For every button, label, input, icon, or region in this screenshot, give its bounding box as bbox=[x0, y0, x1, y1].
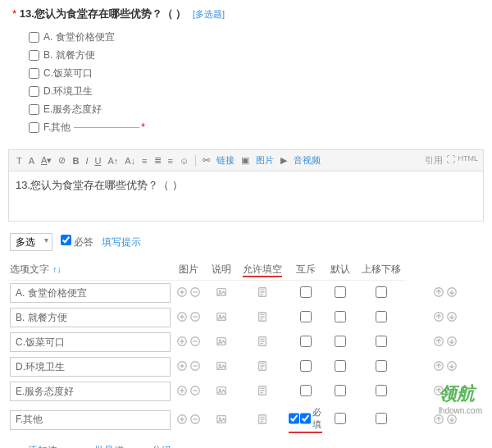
exclusive-checkbox[interactable] bbox=[335, 311, 346, 322]
image-icon[interactable] bbox=[215, 384, 228, 397]
move-down-icon[interactable] bbox=[445, 286, 458, 299]
image-btn[interactable]: 图片 bbox=[256, 154, 274, 167]
move-up-icon[interactable] bbox=[432, 286, 445, 299]
required-checkbox-label[interactable]: 必答 bbox=[61, 235, 93, 249]
option-checkbox[interactable] bbox=[29, 50, 39, 61]
editor-panel: T A A▾ ⊘ B I U A↑ A↓ ≡ ≣ ≡ ☺ ⚯链接 ▣图片 ▶音视… bbox=[8, 149, 484, 222]
allow-fill-checkbox[interactable] bbox=[300, 336, 312, 347]
default-checkbox[interactable] bbox=[376, 311, 387, 322]
option-text-input[interactable] bbox=[10, 382, 171, 401]
exclusive-checkbox[interactable] bbox=[335, 286, 346, 298]
question-type-tag: [多选题] bbox=[193, 9, 225, 19]
bold-icon[interactable]: B bbox=[70, 154, 81, 167]
note-icon[interactable] bbox=[256, 384, 269, 397]
move-up-icon[interactable] bbox=[432, 310, 445, 323]
image-icon[interactable] bbox=[215, 286, 228, 299]
remove-icon[interactable] bbox=[189, 359, 202, 373]
allow-fill-checkbox[interactable] bbox=[300, 385, 312, 396]
video-icon[interactable]: ▶ bbox=[278, 153, 289, 167]
font-inc-icon[interactable]: A↑ bbox=[105, 154, 121, 167]
option-text-input[interactable] bbox=[10, 308, 171, 327]
exclusive-checkbox[interactable] bbox=[335, 360, 346, 372]
add-icon[interactable] bbox=[175, 359, 189, 373]
option-checkbox[interactable] bbox=[29, 86, 39, 97]
col-header: 说明 bbox=[205, 259, 238, 281]
preview-option: E.服务态度好 bbox=[29, 100, 480, 118]
question-text-input[interactable]: 13.您认为食堂存在哪些优势？（ ） bbox=[9, 171, 483, 221]
sort-icon[interactable]: ↑↓ bbox=[52, 264, 61, 274]
question-type-select[interactable]: 多选 bbox=[10, 233, 52, 251]
image-icon[interactable] bbox=[215, 359, 228, 373]
remove-icon[interactable] bbox=[189, 413, 202, 426]
exclusive-checkbox[interactable] bbox=[335, 385, 346, 396]
image-icon[interactable] bbox=[215, 335, 228, 348]
option-checkbox[interactable] bbox=[29, 68, 39, 79]
add-icon[interactable] bbox=[175, 384, 189, 397]
table-row: 必填 bbox=[8, 404, 484, 436]
fill-required-checkbox[interactable] bbox=[300, 413, 311, 424]
video-btn[interactable]: 音视频 bbox=[294, 154, 321, 167]
option-text-input[interactable] bbox=[10, 357, 171, 377]
allow-fill-checkbox[interactable] bbox=[300, 360, 312, 372]
default-checkbox[interactable] bbox=[376, 413, 387, 424]
font-dec-icon[interactable]: A↓ bbox=[122, 154, 138, 167]
clear-format-icon[interactable]: ⊘ bbox=[56, 153, 68, 167]
move-down-icon[interactable] bbox=[445, 335, 458, 348]
add-icon[interactable] bbox=[175, 310, 189, 323]
default-checkbox[interactable] bbox=[376, 336, 387, 347]
italic-icon[interactable]: I bbox=[83, 154, 90, 167]
allow-fill-checkbox[interactable] bbox=[300, 311, 312, 322]
note-icon[interactable] bbox=[256, 286, 269, 299]
align-right-icon[interactable]: ≡ bbox=[166, 154, 175, 167]
hint-link[interactable]: 填写提示 bbox=[102, 235, 141, 249]
exclusive-checkbox[interactable] bbox=[335, 336, 346, 347]
fullscreen-icon[interactable]: ⛶ bbox=[446, 154, 455, 167]
move-up-icon[interactable] bbox=[432, 359, 445, 373]
note-icon[interactable] bbox=[256, 359, 269, 373]
quote-btn[interactable]: 引用 bbox=[425, 154, 443, 167]
add-icon[interactable] bbox=[175, 413, 189, 426]
remove-icon[interactable] bbox=[189, 335, 202, 348]
underline-icon[interactable]: U bbox=[92, 154, 103, 167]
exclusive-checkbox[interactable] bbox=[335, 413, 346, 424]
font-color-icon[interactable]: T bbox=[14, 154, 25, 167]
required-checkbox[interactable] bbox=[61, 235, 71, 245]
option-checkbox[interactable] bbox=[29, 104, 39, 115]
option-checkbox[interactable] bbox=[29, 122, 39, 133]
image-icon[interactable]: ▣ bbox=[239, 153, 252, 167]
html-btn[interactable]: HTML bbox=[458, 154, 479, 167]
remove-icon[interactable] bbox=[189, 286, 202, 299]
remove-icon[interactable] bbox=[189, 310, 202, 323]
add-icon[interactable] bbox=[175, 335, 189, 348]
move-up-icon[interactable] bbox=[432, 335, 445, 348]
allow-fill-checkbox[interactable] bbox=[300, 286, 312, 298]
add-icon[interactable] bbox=[175, 286, 189, 299]
bg-color-icon[interactable]: A▾ bbox=[39, 153, 54, 167]
note-icon[interactable] bbox=[256, 310, 269, 323]
fill-blank[interactable] bbox=[74, 127, 139, 128]
move-down-icon[interactable] bbox=[445, 310, 458, 323]
add-option-link[interactable]: 添加选项 bbox=[28, 444, 66, 448]
note-icon[interactable] bbox=[256, 413, 269, 426]
note-icon[interactable] bbox=[256, 335, 269, 348]
align-center-icon[interactable]: ≣ bbox=[152, 153, 164, 167]
remove-icon[interactable] bbox=[189, 384, 202, 397]
option-text-input[interactable] bbox=[10, 410, 171, 430]
image-icon[interactable] bbox=[215, 310, 228, 323]
score-setting-link[interactable]: 分组设置 bbox=[152, 444, 177, 448]
link-btn[interactable]: 链接 bbox=[216, 154, 235, 167]
default-checkbox[interactable] bbox=[376, 360, 387, 372]
emoji-icon[interactable]: ☺ bbox=[177, 154, 191, 167]
align-left-icon[interactable]: ≡ bbox=[139, 154, 149, 167]
option-checkbox[interactable] bbox=[29, 32, 39, 43]
font-icon[interactable]: A bbox=[26, 154, 37, 167]
link-icon[interactable]: ⚯ bbox=[200, 153, 212, 167]
allow-fill-checkbox[interactable] bbox=[289, 413, 299, 424]
default-checkbox[interactable] bbox=[376, 385, 387, 396]
image-icon[interactable] bbox=[215, 413, 228, 426]
batch-add-link[interactable]: 批量增加 bbox=[94, 444, 132, 448]
move-down-icon[interactable] bbox=[445, 359, 458, 373]
option-text-input[interactable] bbox=[10, 283, 171, 303]
option-text-input[interactable] bbox=[10, 332, 171, 352]
default-checkbox[interactable] bbox=[376, 286, 387, 298]
